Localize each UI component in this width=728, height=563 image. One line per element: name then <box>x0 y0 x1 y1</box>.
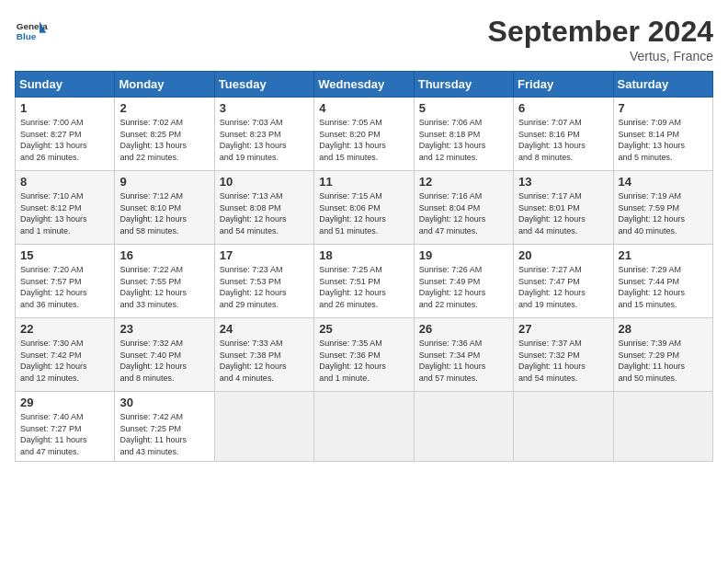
day-number: 30 <box>119 396 209 409</box>
day-number: 17 <box>220 248 309 262</box>
day-number: 4 <box>319 101 408 115</box>
calendar-cell: 20Sunrise: 7:27 AM Sunset: 7:47 PM Dayli… <box>514 245 613 318</box>
day-info: Sunrise: 7:05 AM Sunset: 8:20 PM Dayligh… <box>319 117 408 163</box>
calendar-cell: 24Sunrise: 7:33 AM Sunset: 7:38 PM Dayli… <box>214 318 313 392</box>
day-header-saturday: Saturday <box>613 72 712 98</box>
calendar-cell: 6Sunrise: 7:07 AM Sunset: 8:16 PM Daylig… <box>514 98 613 171</box>
day-info: Sunrise: 7:17 AM Sunset: 8:01 PM Dayligh… <box>518 190 608 236</box>
calendar-cell: 22Sunrise: 7:30 AM Sunset: 7:42 PM Dayli… <box>16 318 115 392</box>
day-info: Sunrise: 7:10 AM Sunset: 8:12 PM Dayligh… <box>20 190 109 236</box>
day-info: Sunrise: 7:35 AM Sunset: 7:36 PM Dayligh… <box>319 338 408 384</box>
day-number: 13 <box>518 175 608 189</box>
day-header-tuesday: Tuesday <box>214 72 313 98</box>
day-number: 23 <box>119 322 209 336</box>
day-number: 1 <box>20 101 109 115</box>
week-row-2: 8Sunrise: 7:10 AM Sunset: 8:12 PM Daylig… <box>16 171 713 245</box>
day-number: 27 <box>518 322 608 336</box>
calendar-cell: 3Sunrise: 7:03 AM Sunset: 8:23 PM Daylig… <box>214 98 313 171</box>
calendar-cell <box>314 392 414 462</box>
days-header-row: SundayMondayTuesdayWednesdayThursdayFrid… <box>16 72 713 98</box>
day-info: Sunrise: 7:27 AM Sunset: 7:47 PM Dayligh… <box>518 264 608 310</box>
day-info: Sunrise: 7:13 AM Sunset: 8:08 PM Dayligh… <box>220 190 309 236</box>
day-info: Sunrise: 7:20 AM Sunset: 7:57 PM Dayligh… <box>20 264 109 310</box>
calendar-cell <box>514 392 613 462</box>
day-header-sunday: Sunday <box>16 72 115 98</box>
day-info: Sunrise: 7:15 AM Sunset: 8:06 PM Dayligh… <box>319 190 408 236</box>
calendar-table: SundayMondayTuesdayWednesdayThursdayFrid… <box>15 71 713 462</box>
day-info: Sunrise: 7:19 AM Sunset: 7:59 PM Dayligh… <box>619 190 708 236</box>
calendar-cell: 5Sunrise: 7:06 AM Sunset: 8:18 PM Daylig… <box>414 98 513 171</box>
day-number: 3 <box>220 101 309 115</box>
header: General Blue September 2024 Vertus, Fran… <box>15 15 713 63</box>
day-info: Sunrise: 7:39 AM Sunset: 7:29 PM Dayligh… <box>619 338 708 384</box>
calendar-cell: 12Sunrise: 7:16 AM Sunset: 8:04 PM Dayli… <box>414 171 513 245</box>
day-info: Sunrise: 7:07 AM Sunset: 8:16 PM Dayligh… <box>518 117 608 163</box>
day-number: 20 <box>518 248 608 262</box>
day-number: 8 <box>20 175 109 189</box>
day-info: Sunrise: 7:25 AM Sunset: 7:51 PM Dayligh… <box>319 264 408 310</box>
calendar-cell: 2Sunrise: 7:02 AM Sunset: 8:25 PM Daylig… <box>115 98 214 171</box>
day-number: 11 <box>319 175 408 189</box>
day-info: Sunrise: 7:16 AM Sunset: 8:04 PM Dayligh… <box>419 190 508 236</box>
week-row-5: 29Sunrise: 7:40 AM Sunset: 7:27 PM Dayli… <box>16 392 713 462</box>
day-number: 28 <box>619 322 708 336</box>
calendar-cell <box>414 392 513 462</box>
day-header-friday: Friday <box>514 72 613 98</box>
day-number: 14 <box>619 175 708 189</box>
calendar-cell: 15Sunrise: 7:20 AM Sunset: 7:57 PM Dayli… <box>16 245 115 318</box>
day-header-monday: Monday <box>115 72 214 98</box>
calendar-cell: 23Sunrise: 7:32 AM Sunset: 7:40 PM Dayli… <box>115 318 214 392</box>
day-info: Sunrise: 7:02 AM Sunset: 8:25 PM Dayligh… <box>119 117 209 163</box>
calendar-cell: 17Sunrise: 7:23 AM Sunset: 7:53 PM Dayli… <box>214 245 313 318</box>
month-title: September 2024 <box>488 15 713 49</box>
calendar-cell: 10Sunrise: 7:13 AM Sunset: 8:08 PM Dayli… <box>214 171 313 245</box>
svg-text:Blue: Blue <box>17 31 37 41</box>
calendar-cell: 13Sunrise: 7:17 AM Sunset: 8:01 PM Dayli… <box>514 171 613 245</box>
calendar-cell: 25Sunrise: 7:35 AM Sunset: 7:36 PM Dayli… <box>314 318 414 392</box>
calendar-cell: 28Sunrise: 7:39 AM Sunset: 7:29 PM Dayli… <box>613 318 712 392</box>
calendar-cell: 11Sunrise: 7:15 AM Sunset: 8:06 PM Dayli… <box>314 171 414 245</box>
calendar-cell <box>613 392 712 462</box>
calendar-cell: 30Sunrise: 7:42 AM Sunset: 7:25 PM Dayli… <box>115 392 214 462</box>
calendar-cell: 8Sunrise: 7:10 AM Sunset: 8:12 PM Daylig… <box>16 171 115 245</box>
calendar-cell: 14Sunrise: 7:19 AM Sunset: 7:59 PM Dayli… <box>613 171 712 245</box>
day-info: Sunrise: 7:03 AM Sunset: 8:23 PM Dayligh… <box>220 117 309 163</box>
day-number: 7 <box>619 101 708 115</box>
day-number: 16 <box>119 248 209 262</box>
calendar-cell: 21Sunrise: 7:29 AM Sunset: 7:44 PM Dayli… <box>613 245 712 318</box>
week-row-4: 22Sunrise: 7:30 AM Sunset: 7:42 PM Dayli… <box>16 318 713 392</box>
calendar-cell: 26Sunrise: 7:36 AM Sunset: 7:34 PM Dayli… <box>414 318 513 392</box>
day-number: 21 <box>619 248 708 262</box>
day-header-wednesday: Wednesday <box>314 72 414 98</box>
day-info: Sunrise: 7:29 AM Sunset: 7:44 PM Dayligh… <box>619 264 708 310</box>
day-info: Sunrise: 7:33 AM Sunset: 7:38 PM Dayligh… <box>220 338 309 384</box>
day-info: Sunrise: 7:06 AM Sunset: 8:18 PM Dayligh… <box>419 117 508 163</box>
calendar-cell: 18Sunrise: 7:25 AM Sunset: 7:51 PM Dayli… <box>314 245 414 318</box>
day-number: 26 <box>419 322 508 336</box>
calendar-cell: 7Sunrise: 7:09 AM Sunset: 8:14 PM Daylig… <box>613 98 712 171</box>
day-number: 15 <box>20 248 109 262</box>
day-number: 25 <box>319 322 408 336</box>
calendar-cell <box>214 392 313 462</box>
calendar-cell: 27Sunrise: 7:37 AM Sunset: 7:32 PM Dayli… <box>514 318 613 392</box>
calendar-cell: 29Sunrise: 7:40 AM Sunset: 7:27 PM Dayli… <box>16 392 115 462</box>
logo-icon: General Blue <box>15 15 48 48</box>
day-info: Sunrise: 7:32 AM Sunset: 7:40 PM Dayligh… <box>119 338 209 384</box>
week-row-3: 15Sunrise: 7:20 AM Sunset: 7:57 PM Dayli… <box>16 245 713 318</box>
location-title: Vertus, France <box>488 49 713 63</box>
day-number: 2 <box>119 101 209 115</box>
day-number: 5 <box>419 101 508 115</box>
day-number: 22 <box>20 322 109 336</box>
day-info: Sunrise: 7:30 AM Sunset: 7:42 PM Dayligh… <box>20 338 109 384</box>
day-info: Sunrise: 7:22 AM Sunset: 7:55 PM Dayligh… <box>119 264 209 310</box>
day-number: 24 <box>220 322 309 336</box>
day-info: Sunrise: 7:40 AM Sunset: 7:27 PM Dayligh… <box>20 411 109 457</box>
day-info: Sunrise: 7:12 AM Sunset: 8:10 PM Dayligh… <box>119 190 209 236</box>
calendar-cell: 9Sunrise: 7:12 AM Sunset: 8:10 PM Daylig… <box>115 171 214 245</box>
day-number: 19 <box>419 248 508 262</box>
day-info: Sunrise: 7:42 AM Sunset: 7:25 PM Dayligh… <box>119 411 209 457</box>
calendar-cell: 19Sunrise: 7:26 AM Sunset: 7:49 PM Dayli… <box>414 245 513 318</box>
title-area: September 2024 Vertus, France <box>488 15 713 63</box>
week-row-1: 1Sunrise: 7:00 AM Sunset: 8:27 PM Daylig… <box>16 98 713 171</box>
day-info: Sunrise: 7:26 AM Sunset: 7:49 PM Dayligh… <box>419 264 508 310</box>
